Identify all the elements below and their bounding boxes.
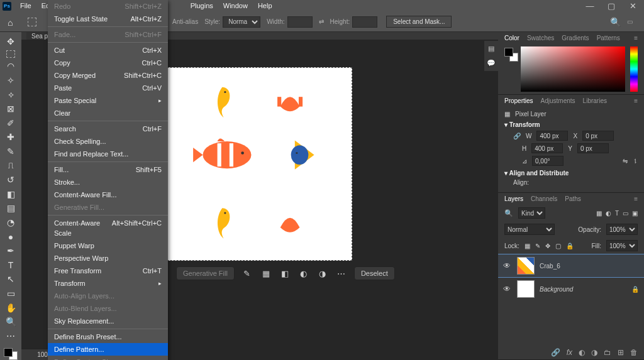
color-swatch-mini[interactable] [504, 48, 518, 62]
search-icon[interactable]: 🔍 [610, 17, 621, 27]
shape-tool-icon[interactable]: ▭ [3, 288, 18, 300]
ctx-icon-2[interactable]: ▦ [260, 269, 272, 278]
layer-thumbnail[interactable] [517, 280, 535, 298]
color-picker[interactable] [521, 46, 625, 92]
link-layers-icon[interactable]: 🔗 [551, 348, 560, 357]
width-field[interactable] [287, 16, 313, 28]
tab-libraries[interactable]: Libraries [583, 97, 607, 104]
filter-shape-icon[interactable]: ▭ [623, 210, 628, 217]
menu-item-puppet-warp[interactable]: Puppet Warp [48, 239, 168, 252]
filter-type-icon[interactable]: T [615, 210, 619, 217]
filter-pixel-icon[interactable]: ▦ [596, 210, 602, 217]
fill-select[interactable]: 100% [606, 240, 638, 251]
menu-window[interactable]: Window [218, 0, 253, 12]
tab-gradients[interactable]: Gradients [562, 35, 589, 41]
width-input[interactable] [536, 131, 568, 141]
lock-nest-icon[interactable]: ▢ [555, 243, 561, 249]
link-wh-icon[interactable]: 🔗 [513, 133, 521, 139]
menu-item-clear[interactable]: Clear [48, 107, 168, 119]
menu-item-transform[interactable]: Transform [48, 277, 168, 290]
pen-tool-icon[interactable]: ✒ [3, 245, 18, 257]
menu-help[interactable]: Help [253, 0, 277, 12]
workspace-icon[interactable]: ▭ [627, 18, 633, 25]
heal-tool-icon[interactable]: ✚ [3, 131, 18, 143]
flip-v-icon[interactable]: ⥍ [633, 158, 638, 165]
menu-item-toggle-last-state[interactable]: Toggle Last StateAlt+Ctrl+Z [48, 13, 168, 25]
lock-pos-icon[interactable]: ✎ [535, 243, 540, 249]
menu-item-paste[interactable]: PasteCtrl+V [48, 82, 168, 94]
maximize-icon[interactable]: ▢ [604, 1, 619, 11]
tab-swatches[interactable]: Swatches [527, 35, 554, 41]
type-tool-icon[interactable]: T [3, 259, 18, 271]
hue-slider[interactable] [630, 46, 638, 92]
marquee-preset-icon[interactable] [28, 18, 36, 26]
menu-file[interactable]: File [15, 0, 36, 12]
height-input[interactable] [531, 143, 563, 153]
layer-name[interactable]: Crab_6 [540, 263, 639, 270]
ctx-icon-4[interactable]: ◐ [297, 269, 310, 278]
menu-item-copy[interactable]: CopyCtrl+C [48, 57, 168, 69]
group-icon[interactable]: 🗀 [604, 348, 611, 357]
select-mask-button[interactable]: Select and Mask... [386, 16, 452, 28]
new-layer-icon[interactable]: ⊞ [618, 348, 624, 357]
history-brush-icon[interactable]: ↺ [3, 174, 18, 186]
lock-all-icon[interactable]: ▦ [525, 243, 530, 249]
ctx-icon-5[interactable]: ◑ [316, 269, 329, 278]
menu-item-search[interactable]: SearchCtrl+F [48, 123, 168, 135]
opacity-select[interactable]: 100% [606, 224, 638, 235]
lock-lock-icon[interactable]: 🔒 [566, 243, 574, 249]
frame-tool-icon[interactable]: ⊠ [3, 103, 18, 115]
deselect-button[interactable]: Deselect [354, 266, 395, 280]
marquee-tool-icon[interactable] [6, 50, 15, 58]
eyedropper-tool-icon[interactable]: ✐ [3, 117, 18, 129]
blur-tool-icon[interactable]: ◔ [3, 217, 18, 229]
panel-strip-comments-icon[interactable]: 💬 [487, 59, 496, 67]
lock-art-icon[interactable]: ✥ [545, 243, 550, 249]
lasso-tool-icon[interactable]: ◠ [3, 60, 18, 72]
menu-item-check-spelling-[interactable]: Check Spelling... [48, 135, 168, 148]
layer-thumbnail[interactable] [517, 257, 535, 275]
adjustment-icon[interactable]: ◑ [591, 348, 597, 357]
brush-tool-icon[interactable]: ✎ [3, 146, 18, 158]
menu-item-paste-special[interactable]: Paste Special [48, 94, 168, 107]
menu-item-sky-replacement-[interactable]: Sky Replacement... [48, 315, 168, 327]
menu-item-content-aware-fill-[interactable]: Content-Aware Fill... [48, 188, 168, 201]
menu-item-find-and-replace-text-[interactable]: Find and Replace Text... [48, 148, 168, 160]
menu-item-perspective-warp[interactable]: Perspective Warp [48, 252, 168, 265]
ctx-icon-1[interactable]: ✎ [241, 269, 253, 278]
transform-header[interactable]: ▾ Transform [504, 121, 638, 128]
mask-icon[interactable]: ◐ [579, 348, 585, 357]
layer-kind-select[interactable]: Kind [518, 207, 545, 219]
angle-input[interactable] [532, 156, 564, 166]
x-input[interactable] [582, 131, 614, 141]
layer-row[interactable]: 👁 Background 🔒 [498, 278, 644, 300]
menu-item-fill-[interactable]: Fill...Shift+F5 [48, 163, 168, 176]
ctx-icon-3[interactable]: ◧ [279, 269, 291, 278]
tab-layers[interactable]: Layers [504, 195, 523, 202]
menu-plugins[interactable]: Plugins [186, 0, 218, 12]
align-header[interactable]: ▾ Align and Distribute [504, 170, 638, 177]
visibility-icon[interactable]: 👁 [503, 285, 512, 293]
color-swatch[interactable] [4, 348, 18, 360]
dodge-tool-icon[interactable]: ● [3, 231, 18, 243]
tab-patterns[interactable]: Patterns [597, 35, 620, 41]
menu-item-define-pattern-[interactable]: Define Pattern... [48, 343, 168, 356]
menu-item-stroke-[interactable]: Stroke... [48, 176, 168, 188]
tab-color[interactable]: Color [504, 35, 519, 41]
delete-icon[interactable]: 🗑 [630, 348, 638, 357]
menu-item-free-transform[interactable]: Free TransformCtrl+T [48, 265, 168, 277]
filter-adjust-icon[interactable]: ◐ [606, 210, 611, 217]
minimize-icon[interactable]: — [582, 1, 597, 11]
flip-h-icon[interactable]: ⇋ [623, 158, 628, 165]
more-tools-icon[interactable]: ⋯ [3, 330, 18, 342]
move-tool-icon[interactable]: ✥ [3, 36, 18, 48]
close-icon[interactable]: ✕ [625, 1, 640, 11]
ctx-more-icon[interactable]: ⋯ [335, 269, 348, 278]
tab-channels[interactable]: Channels [531, 195, 557, 202]
panel-menu-icon[interactable]: ≡ [634, 97, 638, 104]
blend-mode-select[interactable]: Normal [504, 224, 555, 235]
stamp-tool-icon[interactable]: ⎍ [3, 160, 18, 172]
height-field[interactable] [352, 16, 377, 28]
generative-fill-button[interactable]: Generative Fill [176, 266, 235, 280]
path-select-icon[interactable]: ↖ [3, 273, 18, 285]
